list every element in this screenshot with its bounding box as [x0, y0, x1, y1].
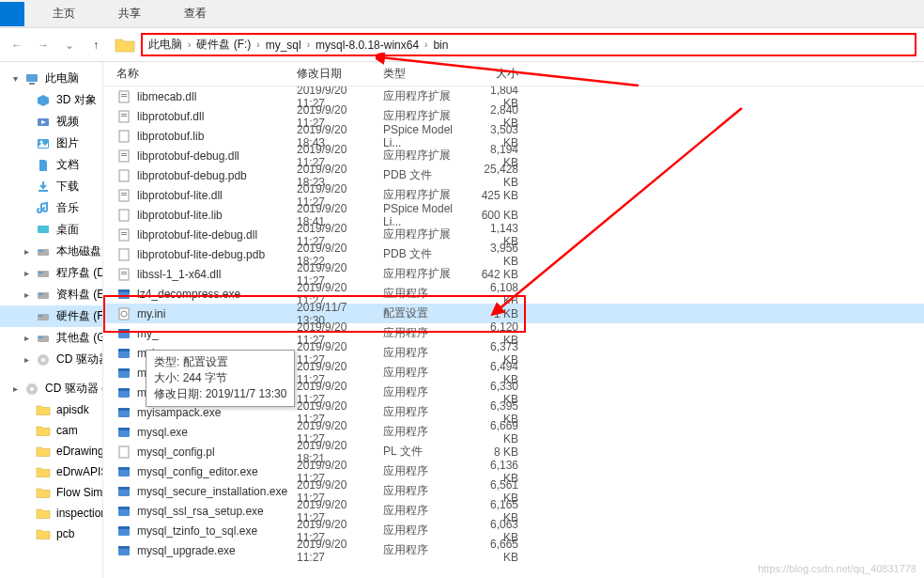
- crumb-item[interactable]: 此电脑: [148, 37, 182, 53]
- dl-icon: [36, 180, 51, 195]
- cd-icon: [24, 382, 39, 397]
- sidebar-item[interactable]: 文档: [0, 154, 102, 176]
- sidebar-item-label: eDrawings: [56, 445, 102, 458]
- nav-up[interactable]: ↑: [85, 34, 107, 56]
- sidebar-item[interactable]: 音乐: [0, 197, 102, 219]
- sidebar-item[interactable]: 3D 对象: [0, 89, 102, 111]
- watermark: https://blog.csdn.net/qq_40831778: [758, 563, 916, 574]
- sidebar-item[interactable]: ▸其他盘 (G:): [0, 327, 102, 349]
- file-row[interactable]: libprotobuf-debug.pdb2019/9/20 18:23PDB …: [103, 165, 924, 185]
- sidebar-item[interactable]: ▸CD 驱动器 (V:) So: [0, 378, 102, 399]
- sidebar-item[interactable]: 图片: [0, 133, 102, 154]
- expand-icon[interactable]: ▸: [24, 333, 34, 343]
- sidebar-item[interactable]: ▾此电脑: [0, 68, 102, 89]
- sidebar-item-label: 音乐: [56, 200, 79, 216]
- svg-rect-41: [121, 272, 127, 273]
- svg-rect-23: [121, 96, 127, 97]
- video-icon: [36, 115, 51, 130]
- sidebar-item[interactable]: pcb: [0, 523, 102, 544]
- crumb-item[interactable]: my_sql: [266, 39, 301, 52]
- svg-rect-50: [118, 349, 130, 351]
- breadcrumb[interactable]: 此电脑›硬件盘 (F:)›my_sql›mysql-8.0.18-winx64›…: [141, 33, 916, 56]
- svg-rect-31: [119, 170, 129, 181]
- file-row[interactable]: mysql_upgrade.exe2019/9/20 11:27应用程序6,66…: [103, 540, 924, 560]
- svg-rect-65: [118, 507, 130, 509]
- disk-icon: [36, 266, 51, 281]
- file-size: 425 KB: [471, 189, 537, 202]
- sidebar-item[interactable]: eDrawings: [0, 441, 102, 461]
- crumb-item[interactable]: bin: [433, 39, 448, 52]
- nav-forward[interactable]: →: [32, 34, 54, 56]
- file-type: 应用程序: [377, 384, 471, 400]
- file-name: mysql_tzinfo_to_sql.exe: [137, 524, 257, 538]
- sidebar-item[interactable]: ▸本地磁盘 (C:): [0, 241, 102, 262]
- sidebar-item[interactable]: Flow Simulation: [0, 482, 102, 503]
- file-name: mysql_secure_installation.exe: [137, 485, 287, 498]
- sidebar-item[interactable]: ▸资料盘 (E:): [0, 284, 102, 305]
- svg-rect-67: [118, 526, 130, 529]
- nav-back[interactable]: ←: [6, 34, 28, 56]
- col-name-header[interactable]: 名称: [103, 66, 291, 82]
- svg-rect-39: [119, 249, 129, 260]
- sidebar-item-label: 图片: [56, 135, 79, 151]
- sidebar-item[interactable]: ▸CD 驱动器 (V:): [0, 349, 102, 370]
- sidebar-item-label: 资料盘 (E:): [56, 287, 102, 303]
- sidebar-item[interactable]: apisdk: [0, 399, 102, 420]
- file-name: mysql.exe: [137, 426, 188, 439]
- file-type: 应用程序扩展: [377, 148, 471, 164]
- sidebar-item[interactable]: ▸程序盘 (D:): [0, 262, 102, 284]
- exe-icon: [116, 287, 131, 302]
- tab-share[interactable]: 共享: [111, 2, 148, 25]
- sidebar-item[interactable]: 下载: [0, 176, 102, 197]
- sidebar-item[interactable]: 桌面: [0, 219, 102, 241]
- pc-icon: [24, 71, 39, 86]
- sidebar-item-label: 本地磁盘 (C:): [56, 243, 102, 259]
- exe-icon: [116, 504, 131, 519]
- file-type: 应用程序: [377, 365, 471, 381]
- nav-history[interactable]: ⌄: [58, 34, 81, 56]
- sidebar-item[interactable]: 视频: [0, 111, 102, 133]
- lib-icon: [116, 129, 131, 144]
- file-type: 应用程序: [377, 325, 471, 341]
- expand-icon[interactable]: ▸: [13, 383, 23, 394]
- sidebar-item-label: 程序盘 (D:): [56, 265, 102, 281]
- lib-icon: [116, 208, 131, 223]
- file-name: libprotobuf-lite.dll: [137, 189, 223, 202]
- col-size-header[interactable]: 大小: [471, 66, 537, 82]
- col-date-header[interactable]: 修改日期: [291, 66, 377, 82]
- file-row[interactable]: lz4_decompress.exe2019/9/20 11:27应用程序6,1…: [103, 284, 924, 304]
- desk-icon: [36, 223, 51, 238]
- tab-home[interactable]: 主页: [45, 2, 83, 25]
- expand-icon[interactable]: ▸: [24, 354, 34, 365]
- 3d-icon: [36, 93, 51, 108]
- expand-icon[interactable]: ▾: [13, 73, 23, 84]
- sidebar-item[interactable]: inspection: [0, 503, 102, 523]
- sidebar-item[interactable]: eDrwAPISDK: [0, 461, 102, 482]
- tab-view[interactable]: 查看: [177, 2, 214, 25]
- file-type: 配置设置: [377, 305, 471, 321]
- crumb-item[interactable]: mysql-8.0.18-winx64: [316, 39, 419, 52]
- exe-icon: [116, 425, 131, 440]
- crumb-item[interactable]: 硬件盘 (F:): [196, 37, 251, 53]
- svg-rect-25: [121, 114, 127, 115]
- file-name: libprotobuf-lite-debug.pdb: [137, 248, 265, 261]
- file-row[interactable]: mysql.exe2019/9/20 11:27应用程序6,669 KB: [103, 422, 924, 442]
- file-name: libprotobuf-lite-debug.dll: [137, 228, 257, 242]
- expand-icon[interactable]: ▸: [24, 289, 34, 300]
- exe-icon: [116, 464, 131, 479]
- sidebar-item[interactable]: 硬件盘 (F:): [0, 305, 102, 327]
- sidebar-item-label: CD 驱动器 (V:): [56, 351, 102, 367]
- expand-icon[interactable]: ▸: [24, 246, 34, 257]
- svg-rect-1: [29, 83, 35, 85]
- expand-icon[interactable]: ▸: [24, 268, 34, 278]
- file-type: 应用程序: [377, 483, 471, 499]
- svg-rect-59: [119, 446, 129, 458]
- file-row[interactable]: libprotobuf-lite-debug.pdb2019/9/20 18:2…: [103, 244, 924, 264]
- svg-rect-30: [121, 155, 127, 156]
- file-type: 应用程序: [377, 286, 471, 302]
- col-type-header[interactable]: 类型: [377, 66, 471, 82]
- sidebar-item[interactable]: cam: [0, 420, 102, 441]
- file-type: 应用程序: [377, 424, 471, 440]
- sidebar: ▾此电脑3D 对象视频图片文档下载音乐桌面▸本地磁盘 (C:)▸程序盘 (D:)…: [0, 62, 103, 578]
- file-row[interactable]: libprotobuf-lite.dll2019/9/20 11:27应用程序扩…: [103, 185, 924, 205]
